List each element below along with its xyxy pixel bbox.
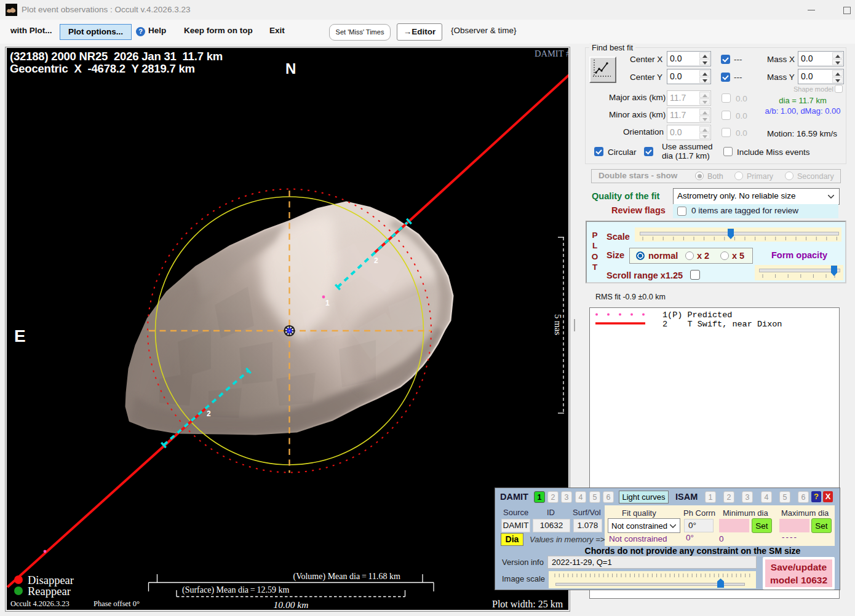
svg-text:Disappear: Disappear: [28, 574, 74, 586]
svg-text:(32188) 2000 NR25 2026 Jan 31: (32188) 2000 NR25 2026 Jan 31 11.7 km: [10, 50, 223, 63]
svg-text:2: 2: [374, 256, 378, 265]
svg-text:5 mas: 5 mas: [553, 314, 563, 336]
svg-text:E: E: [14, 326, 26, 346]
svg-text:DAMIT #10632: DAMIT #10632: [535, 49, 568, 58]
svg-text:Geocentric X -4678.2 Y 2819: Geocentric X -4678.2 Y 2819.7 km: [10, 62, 195, 75]
svg-text:2: 2: [207, 409, 211, 418]
svg-text:(Surface) Mean dia = 12.59 km: (Surface) Mean dia = 12.59 km: [182, 585, 290, 595]
svg-text:Reappear: Reappear: [28, 585, 71, 598]
svg-text:Phase offset 0°: Phase offset 0°: [93, 599, 140, 608]
svg-text:10.00 km: 10.00 km: [274, 599, 309, 610]
svg-text:Plot width: 25 km: Plot width: 25 km: [492, 599, 563, 609]
svg-text:1: 1: [325, 299, 330, 307]
svg-text:(Volume) Mean dia = 11.68 km: (Volume) Mean dia = 11.68 km: [293, 572, 401, 582]
svg-text:Occult 4.2026.3.23: Occult 4.2026.3.23: [10, 599, 70, 608]
svg-text:N: N: [285, 60, 296, 77]
